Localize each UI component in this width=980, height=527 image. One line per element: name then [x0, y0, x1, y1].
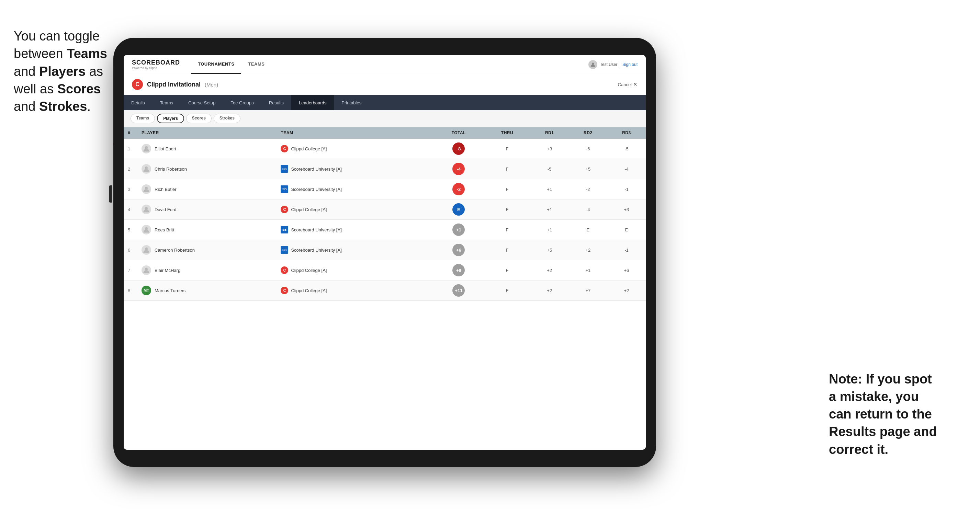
team-name: Clippd College [A]	[291, 146, 327, 151]
avatar	[142, 164, 151, 174]
toggle-players[interactable]: Players	[157, 114, 184, 123]
cell-team: CClippd College [A]	[277, 139, 433, 159]
team-name: Clippd College [A]	[291, 268, 327, 273]
tournament-header: C Clippd Invitational (Men) Cancel ✕	[124, 74, 646, 95]
cell-player: Cameron Robertson	[137, 240, 277, 260]
nav-right: Test User | Sign out	[589, 60, 638, 69]
sub-nav-details[interactable]: Details	[124, 95, 153, 110]
col-rd2: RD2	[569, 127, 607, 139]
cell-rd3: -1	[607, 240, 646, 260]
col-rd1: RD1	[530, 127, 569, 139]
avatar	[142, 265, 151, 275]
cell-player: Blair McHarg	[137, 260, 277, 281]
col-total: TOTAL	[433, 127, 484, 139]
score-badge: +1	[452, 224, 465, 236]
sub-nav-printables[interactable]: Printables	[334, 95, 369, 110]
avatar	[142, 184, 151, 194]
player-name: Blair McHarg	[154, 268, 180, 273]
sign-out-link[interactable]: Sign out	[622, 62, 638, 67]
toggle-strokes[interactable]: Strokes	[214, 114, 240, 123]
cell-rank: 5	[124, 220, 137, 240]
cell-thru: F	[484, 220, 530, 240]
team-name: Scoreboard University [A]	[291, 167, 341, 171]
team-name: Clippd College [A]	[291, 288, 327, 293]
leaderboard-table-container: # PLAYER TEAM TOTAL THRU RD1 RD2 RD3 1El…	[124, 127, 646, 450]
cell-rank: 2	[124, 159, 137, 179]
player-name: Elliot Ebert	[154, 146, 176, 151]
cell-thru: F	[484, 139, 530, 159]
cell-team: SBScoreboard University [A]	[277, 240, 433, 260]
team-name: Clippd College [A]	[291, 207, 327, 212]
sub-nav-teams[interactable]: Teams	[153, 95, 181, 110]
tournament-logo: C	[132, 79, 143, 90]
cell-player: MTMarcus Turners	[137, 281, 277, 301]
table-row: 1Elliot EbertCClippd College [A]-8F+3-6-…	[124, 139, 646, 159]
cell-thru: F	[484, 281, 530, 301]
cell-player: David Ford	[137, 200, 277, 220]
cell-player: Elliot Ebert	[137, 139, 277, 159]
tablet-screen: SCOREBOARD Powered by clippd TOURNAMENTS…	[124, 55, 646, 450]
nav-tabs: TOURNAMENTS TEAMS	[191, 55, 589, 74]
sub-nav-results[interactable]: Results	[261, 95, 291, 110]
cell-rank: 6	[124, 240, 137, 260]
cell-rd1: +1	[530, 179, 569, 200]
col-thru: THRU	[484, 127, 530, 139]
toggle-teams[interactable]: Teams	[130, 114, 155, 123]
player-name: David Ford	[154, 207, 177, 212]
cell-rd2: -2	[569, 179, 607, 200]
logo-sub: Powered by clippd	[132, 66, 180, 70]
cancel-button[interactable]: Cancel ✕	[618, 81, 638, 87]
cell-rd3: -5	[607, 139, 646, 159]
player-name: Chris Robertson	[154, 167, 187, 171]
cell-thru: F	[484, 179, 530, 200]
tournament-name: Clippd Invitational	[147, 81, 200, 88]
cell-thru: F	[484, 260, 530, 281]
sub-nav: Details Teams Course Setup Tee Groups Re…	[124, 95, 646, 110]
score-badge: E	[452, 203, 465, 216]
col-player: PLAYER	[137, 127, 277, 139]
right-annotation: Note: If you spot a mistake, you can ret…	[829, 370, 959, 458]
cell-rd1: +5	[530, 240, 569, 260]
nav-tab-tournaments[interactable]: TOURNAMENTS	[191, 55, 241, 74]
cell-rd1: +1	[530, 220, 569, 240]
table-row: 4David FordCClippd College [A]EF+1-4+3	[124, 200, 646, 220]
score-badge: +6	[452, 244, 465, 256]
score-badge: +11	[452, 284, 465, 297]
sub-nav-course-setup[interactable]: Course Setup	[181, 95, 223, 110]
cell-team: CClippd College [A]	[277, 260, 433, 281]
col-rank: #	[124, 127, 137, 139]
cell-rd1: -5	[530, 159, 569, 179]
cell-rd3: -1	[607, 179, 646, 200]
cell-thru: F	[484, 159, 530, 179]
team-logo-clippd: C	[281, 206, 288, 213]
cell-rd2: -4	[569, 200, 607, 220]
team-logo-clippd: C	[281, 287, 288, 294]
cell-rd1: +2	[530, 281, 569, 301]
table-row: 3Rich ButlerSBScoreboard University [A]-…	[124, 179, 646, 200]
cell-rd3: +6	[607, 260, 646, 281]
user-name: Test User |	[600, 62, 620, 67]
cell-rd2: E	[569, 220, 607, 240]
leaderboard-table: # PLAYER TEAM TOTAL THRU RD1 RD2 RD3 1El…	[124, 127, 646, 301]
cell-rank: 4	[124, 200, 137, 220]
team-logo-scoreboard: SB	[281, 246, 288, 254]
cell-rd3: -4	[607, 159, 646, 179]
table-row: 8MTMarcus TurnersCClippd College [A]+11F…	[124, 281, 646, 301]
tournament-gender: (Men)	[205, 82, 218, 87]
cell-total: E	[433, 200, 484, 220]
player-name: Rees Britt	[154, 227, 174, 232]
sub-nav-tee-groups[interactable]: Tee Groups	[223, 95, 261, 110]
nav-tab-teams[interactable]: TEAMS	[241, 55, 271, 74]
table-row: 7Blair McHargCClippd College [A]+8F+2+1+…	[124, 260, 646, 281]
svg-point-1	[592, 62, 594, 65]
team-logo-scoreboard: SB	[281, 165, 288, 173]
col-team: TEAM	[277, 127, 433, 139]
sub-nav-leaderboards[interactable]: Leaderboards	[291, 95, 334, 110]
cell-team: SBScoreboard University [A]	[277, 179, 433, 200]
toggle-scores[interactable]: Scores	[186, 114, 212, 123]
player-name: Rich Butler	[154, 187, 177, 192]
close-icon: ✕	[633, 81, 638, 87]
team-logo-scoreboard: SB	[281, 186, 288, 193]
cell-team: CClippd College [A]	[277, 200, 433, 220]
table-row: 2Chris RobertsonSBScoreboard University …	[124, 159, 646, 179]
